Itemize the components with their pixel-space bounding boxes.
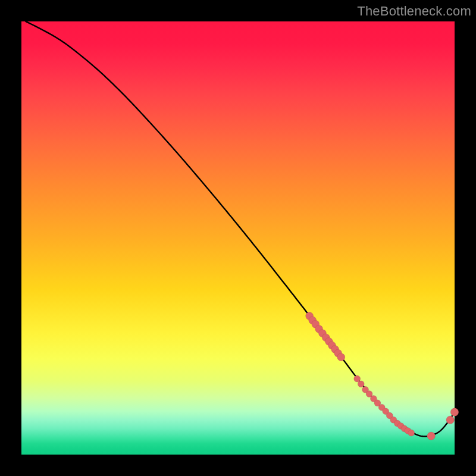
- chart-stage: TheBottleneck.com: [0, 0, 476, 476]
- data-dot: [450, 408, 459, 416]
- plot-area: [21, 21, 455, 455]
- plot-svg: [21, 21, 455, 455]
- data-dot: [408, 430, 415, 436]
- data-dot: [446, 416, 455, 424]
- data-dots: [306, 312, 459, 440]
- data-dot: [427, 432, 436, 440]
- bottleneck-curve: [26, 21, 455, 436]
- data-dot: [337, 353, 345, 361]
- watermark-text: TheBottleneck.com: [357, 4, 471, 19]
- data-dot: [358, 381, 364, 387]
